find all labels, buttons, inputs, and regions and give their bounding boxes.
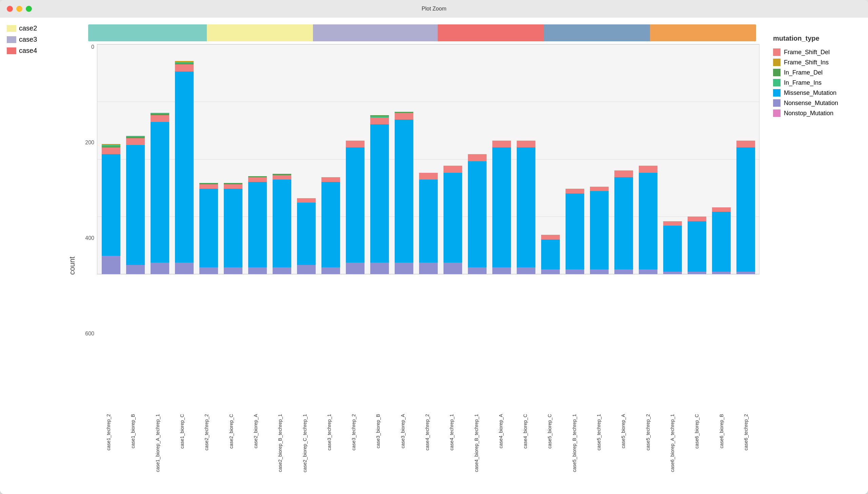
x-label-17: case4_biorep_C [514,413,537,487]
bar-segment-Frame_Shift_Del-23 [663,221,682,226]
bar-stack-18 [541,235,560,274]
x-label-16: case4_biorep_A [489,413,512,487]
bars-row [97,44,759,274]
bar-segment-Frame_Shift_Del-22 [639,166,658,172]
x-label-25: case6_biorep_B [710,413,733,487]
y-tick-400: 400 [80,235,94,241]
bar-segment-Missense_Mutation-22 [639,173,658,270]
bar-group-4 [197,183,220,274]
bar-segment-Frame_Shift_Del-1 [126,138,145,145]
x-label-24: case6_biorep_C [685,413,708,487]
case-color-bar [88,24,756,41]
bar-stack-8 [297,198,316,274]
bar-stack-24 [688,216,706,274]
bar-group-22 [636,166,660,274]
bar-segment-Missense_Mutation-7 [273,179,291,267]
bar-group-19 [563,189,586,274]
x-label-text-3: case1_biorep_C [179,414,185,449]
case2-swatch [7,25,16,32]
main-window: Plot Zoom case2 case3 case4 [0,0,868,494]
bar-group-26 [734,140,757,274]
x-label-21: case5_biorep_A [612,413,635,487]
bar-segment-Missense_Mutation-17 [517,147,535,267]
case4-bar [438,24,544,41]
right-legend: mutation_type Frame_Shift_Del Frame_Shif… [766,24,861,487]
bar-segment-Nonsense_Mutation-12 [395,263,413,274]
bar-segment-Missense_Mutation-0 [102,154,121,255]
y-tick-200: 200 [80,139,94,146]
x-label-1: case1_biorep_B [122,413,145,487]
bar-group-11 [368,115,391,274]
nonstop-swatch [773,110,780,117]
bar-segment-Nonsense_Mutation-7 [273,267,291,274]
bar-segment-Frame_Shift_Del-17 [517,140,535,147]
bar-segment-Nonsense_Mutation-4 [199,267,218,274]
bar-segment-Nonsense_Mutation-18 [541,269,560,274]
x-label-14: case4_techrep_1 [440,413,463,487]
bar-segment-Frame_Shift_Del-15 [468,154,486,161]
bar-group-3 [172,61,196,274]
case4-swatch [7,48,16,54]
legend-frame-shift-ins: Frame_Shift_Ins [773,59,861,66]
bar-segment-Nonsense_Mutation-22 [639,269,658,274]
bar-stack-22 [639,166,658,274]
bar-segment-Missense_Mutation-5 [224,189,242,267]
x-label-text-13: case4_techrep_2 [425,414,430,450]
x-labels: case1_techrep_2case1_biorep_Bcase1_biore… [80,413,759,487]
close-button[interactable] [7,6,13,12]
bar-stack-20 [590,187,609,274]
x-label-7: case2_biorep_B_techrep_1 [269,413,292,487]
bar-segment-Nonsense_Mutation-0 [102,256,121,274]
x-label-13: case4_techrep_2 [416,413,439,487]
bar-segment-Frame_Shift_Del-11 [370,118,389,124]
legend-in-frame-del: In_Frame_Del [773,69,861,76]
bar-group-9 [319,177,342,274]
bar-segment-Frame_Shift_Del-0 [102,147,121,154]
x-label-19: case5_biorep_B_techrep_1 [563,413,586,487]
legend-item-case2: case2 [7,24,61,32]
y-axis-label: count [68,44,77,487]
bar-segment-Nonsense_Mutation-20 [590,269,609,274]
bar-segment-Nonsense_Mutation-3 [175,263,193,274]
case3-bar [313,24,438,41]
bar-segment-Frame_Shift_Del-14 [443,166,462,172]
bar-segment-Frame_Shift_Del-21 [614,170,633,177]
x-label-23: case6_biorep_A_techrep_1 [661,413,684,487]
bar-stack-12 [395,112,413,274]
bar-stack-6 [248,176,267,274]
bar-segment-Frame_Shift_Del-20 [590,187,609,191]
legend-label-case2: case2 [19,24,37,32]
maximize-button[interactable] [26,6,32,12]
bar-segment-Nonsense_Mutation-6 [248,267,267,274]
bar-stack-23 [663,221,682,274]
bar-segment-Frame_Shift_Del-18 [541,235,560,240]
case2-bar [207,24,313,41]
plot-container: count 600 400 200 0 [68,44,759,487]
frame-shift-del-swatch [773,49,780,56]
bar-segment-Nonsense_Mutation-25 [712,272,731,274]
left-legend: case2 case3 case4 [7,24,61,487]
bar-segment-Frame_Shift_Del-26 [736,140,755,147]
bar-stack-10 [346,140,365,274]
bar-group-16 [490,140,513,274]
bar-group-12 [392,112,415,274]
bar-segment-Missense_Mutation-15 [468,161,486,267]
x-label-text-2: case1_biorep_A_techrep_1 [155,414,160,472]
content-area: case2 case3 case4 [0,18,868,494]
bar-group-20 [588,187,611,274]
bar-segment-Nonsense_Mutation-15 [468,267,486,274]
bar-segment-Frame_Shift_Del-7 [273,175,291,180]
bar-group-1 [124,136,147,274]
bar-stack-4 [199,183,218,274]
case3-swatch [7,36,16,43]
bar-segment-Missense_Mutation-12 [395,120,413,263]
bar-group-14 [441,166,464,274]
bar-segment-Frame_Shift_Del-12 [395,113,413,120]
nonsense-label: Nonsense_Mutation [784,100,838,107]
x-label-10: case3_techrep_2 [342,413,365,487]
minimize-button[interactable] [16,6,22,12]
x-label-text-11: case3_biorep_B [375,414,381,448]
bar-segment-Frame_Shift_Del-19 [566,189,584,193]
bar-segment-Nonsense_Mutation-19 [566,269,584,274]
x-label-26: case6_techrep_2 [734,413,757,487]
